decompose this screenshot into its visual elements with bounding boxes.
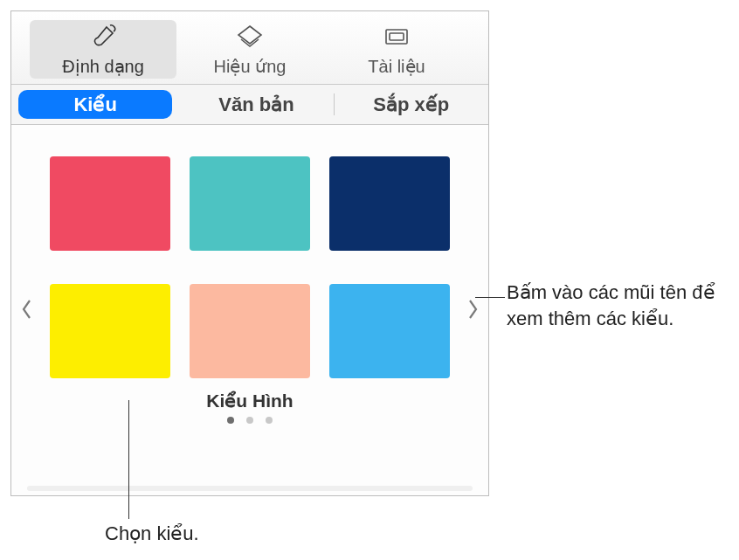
svg-rect-1 bbox=[390, 33, 404, 40]
style-swatch[interactable] bbox=[190, 156, 310, 251]
prev-styles-arrow[interactable] bbox=[15, 289, 39, 331]
style-swatch[interactable] bbox=[50, 284, 170, 378]
effects-label: Hiệu ứng bbox=[214, 56, 287, 77]
document-label: Tài liệu bbox=[368, 56, 425, 77]
style-swatch[interactable] bbox=[190, 284, 310, 378]
main-toolbar: Định dạng Hiệu ứng Tài liệu bbox=[11, 11, 488, 85]
sub-tab-bar: Kiểu Văn bản Sắp xếp bbox=[11, 85, 488, 125]
leader-line bbox=[128, 400, 129, 519]
style-swatches-grid bbox=[50, 142, 450, 378]
arrows-hint-callout: Bấm vào các mũi tên để xem thêm các kiểu… bbox=[507, 280, 725, 331]
format-label: Định dạng bbox=[62, 56, 144, 77]
document-icon bbox=[382, 24, 411, 54]
tab-text[interactable]: Văn bản bbox=[179, 85, 333, 124]
horizontal-scrollbar[interactable] bbox=[27, 486, 473, 491]
styles-section-label: Kiểu Hình bbox=[206, 391, 293, 411]
effects-tab[interactable]: Hiệu ứng bbox=[176, 20, 323, 79]
diamond-stack-icon bbox=[235, 24, 265, 54]
next-styles-arrow[interactable] bbox=[460, 289, 485, 331]
format-tab[interactable]: Định dạng bbox=[30, 20, 176, 79]
chevron-right-icon bbox=[466, 299, 479, 322]
style-content: Kiểu Hình bbox=[11, 125, 488, 495]
choose-style-callout: Chọn kiểu. bbox=[105, 521, 199, 547]
inspector-panel: Định dạng Hiệu ứng Tài liệu Kiểu Văn bản bbox=[10, 10, 489, 496]
style-swatch[interactable] bbox=[50, 156, 170, 251]
page-dots bbox=[227, 417, 273, 424]
style-swatch[interactable] bbox=[329, 156, 450, 251]
page-dot[interactable] bbox=[266, 417, 273, 424]
tab-arrange[interactable]: Sắp xếp bbox=[335, 85, 488, 124]
document-tab[interactable]: Tài liệu bbox=[323, 20, 470, 79]
page-dot[interactable] bbox=[246, 417, 253, 424]
tab-style[interactable]: Kiểu bbox=[18, 90, 172, 119]
page-dot[interactable] bbox=[227, 417, 234, 424]
leader-line bbox=[475, 297, 505, 298]
chevron-left-icon bbox=[21, 299, 33, 322]
paintbrush-icon bbox=[88, 24, 118, 54]
style-swatch[interactable] bbox=[329, 284, 450, 378]
